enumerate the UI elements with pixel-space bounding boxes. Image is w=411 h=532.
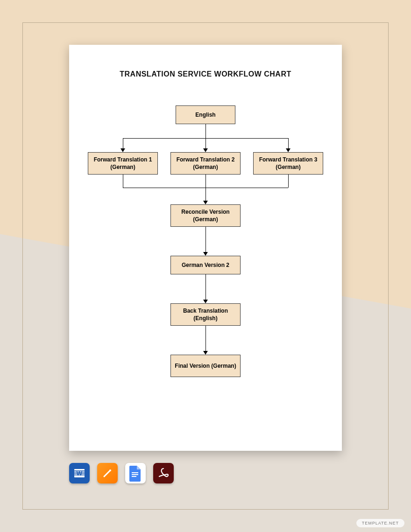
arrow-icon (203, 300, 208, 303)
node-label: Forward Translation 1 (German) (91, 156, 155, 171)
pages-icon (97, 463, 118, 483)
file-format-icons: W (69, 463, 174, 483)
word-icon: W (69, 463, 90, 483)
node-label: Final Version (German) (175, 362, 236, 370)
svg-text:W: W (77, 470, 83, 477)
node-german-version-2: German Version 2 (170, 256, 241, 274)
arrow-icon (120, 148, 125, 152)
arrow-icon (203, 252, 208, 256)
arrow-icon (203, 201, 208, 204)
connector (206, 227, 206, 252)
arrow-icon (203, 148, 208, 152)
flowchart: English Forward Translation 1 (German) F… (69, 105, 342, 446)
node-label: German Version 2 (182, 261, 229, 269)
node-forward-translation-1: Forward Translation 1 (German) (88, 152, 158, 175)
google-docs-icon (125, 463, 146, 483)
node-forward-translation-2: Forward Translation 2 (German) (170, 152, 241, 175)
connector (206, 124, 206, 138)
connector (206, 138, 206, 148)
connector (123, 138, 123, 148)
connector (123, 175, 123, 188)
node-forward-translation-3: Forward Translation 3 (German) (253, 152, 323, 175)
node-label: Reconcile Version (German) (174, 208, 237, 223)
svg-rect-9 (132, 476, 136, 477)
svg-point-6 (109, 469, 111, 471)
arrow-icon (286, 148, 291, 152)
node-label: Forward Translation 3 (German) (256, 156, 320, 171)
svg-rect-8 (132, 474, 138, 475)
document-page: TRANSLATION SERVICE WORKFLOW CHART Engli… (69, 45, 342, 451)
node-english: English (176, 105, 235, 124)
node-label: Back Translation (English) (174, 307, 237, 322)
node-back-translation: Back Translation (English) (170, 303, 241, 326)
node-reconcile: Reconcile Version (German) (170, 204, 241, 227)
page-title: TRANSLATION SERVICE WORKFLOW CHART (69, 45, 342, 78)
svg-rect-7 (132, 472, 138, 473)
connector (288, 175, 289, 188)
connector (288, 138, 289, 148)
arrow-icon (203, 351, 208, 355)
pdf-icon (153, 463, 174, 483)
node-final-version: Final Version (German) (170, 355, 241, 377)
watermark: TEMPLATE.NET (356, 519, 404, 527)
node-label: Forward Translation 2 (German) (174, 156, 237, 171)
connector (206, 326, 206, 351)
connector (206, 188, 206, 201)
connector (206, 274, 206, 300)
node-label: English (195, 111, 215, 119)
connector (206, 175, 206, 188)
